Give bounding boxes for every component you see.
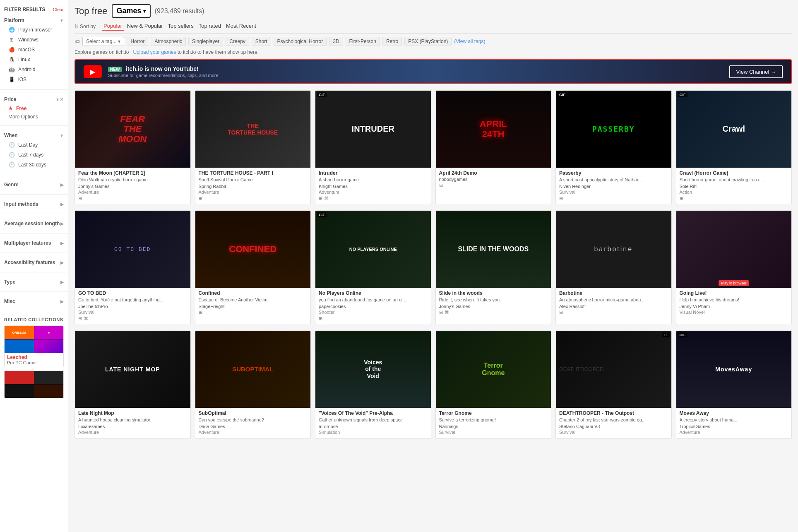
game-desc: Escape or Become Another Victim [199,297,308,303]
tag-first-person[interactable]: First-Person [346,37,380,46]
sidebar-item-last-30-days[interactable]: 🕐 Last 30 days [4,160,64,170]
view-all-tags-button[interactable]: (View all tags) [454,39,485,44]
game-desc: Ride it, see where it takes you. [439,297,548,303]
sidebar-item-play-browser[interactable]: 🌐 Play in browser [4,25,64,35]
game-card-no-players-online[interactable]: NO PLAYERS ONLINE GIF No Players Online … [315,210,431,324]
game-genre: Action [680,190,788,195]
windows-icon: ⊞ [8,36,15,43]
ios-icon: 📱 [8,76,15,83]
sidebar-item-free[interactable]: ★ Free [4,104,64,113]
tag-short[interactable]: Short [252,37,271,46]
when-header[interactable]: When ▼ [4,131,64,140]
game-card-moves-away[interactable]: MovesAway GIF Moves Away A creepy story … [676,330,792,439]
tag-psx[interactable]: PSX (PlayStation) [404,37,452,46]
upload-games-link[interactable]: Upload your games [133,49,176,55]
tag-3d[interactable]: 3D [329,37,343,46]
type-header[interactable]: Type ▶ [4,277,64,286]
sort-tab-popular[interactable]: Popular [102,22,124,31]
game-card-crawl[interactable]: Crawl GIF Crawl (Horror Game) Short horr… [676,90,792,204]
game-author: Jenny Vi Pham [680,304,788,309]
game-title: Late Night Mop [78,410,187,416]
tag-creepy[interactable]: Creepy [226,37,249,46]
misc-header[interactable]: Misc ▶ [4,297,64,306]
game-card-terror-gnome[interactable]: TerrorGnome Terror Gnome Survive a terro… [435,330,552,439]
game-title: Crawl (Horror Game) [680,170,788,176]
game-card-going-live[interactable]: Play in browser Going Live! Help him ach… [676,210,792,324]
thumb-cell-3 [5,339,34,353]
platform-header[interactable]: Platform ▼ [4,16,64,25]
game-genre: Survival [559,430,668,435]
sidebar-item-linux[interactable]: 🐧 Linux [4,55,64,65]
gif-badge: GIF [678,332,687,337]
games-dropdown-button[interactable]: Games ▾ [112,4,151,18]
sidebar-item-macos[interactable]: 🍎 macOS [4,45,64,55]
tag-psychological[interactable]: Psychological Horror [274,37,327,46]
game-desc: Help him achieve his dreams! [680,297,788,303]
game-card-suboptimal[interactable]: SUBOPTIMAL SubOptimal Can you escape the… [195,330,311,439]
game-card-torture-house[interactable]: THETORTURE HOUSE THE TORTURE HOUSE - PAR… [195,90,311,204]
gif-badge: GIF [317,92,327,97]
game-card-deathtrooper[interactable]: DEATHTROOPER 11 DEATHTROOPER - The Outpo… [555,330,672,439]
more-options-button[interactable]: More Options [4,113,64,120]
game-card-late-night-mop[interactable]: LATE NIGHT MOP Late Night Mop A haunted … [75,330,191,439]
sidebar-item-windows[interactable]: ⊞ Windows [4,35,64,45]
sort-tab-new-popular[interactable]: New & Popular [125,22,165,31]
price-header[interactable]: Price ▼ [4,95,60,104]
genre-header[interactable]: Genre ▶ [4,180,64,189]
sidebar-item-last-day[interactable]: 🕐 Last Day [4,140,64,150]
sort-bar: ⇅ Sort by Popular New & Popular Top sell… [75,22,792,34]
game-card-barbotine[interactable]: barbotine Barbotine An atmospheric horro… [555,210,672,324]
game-desc: Short horror game, about crawling in a c… [680,177,788,183]
collection-card-missing[interactable] [4,371,64,398]
game-grid-row1: FEARTHEMOON Fear the Moon [CHAPTER 1] Oh… [75,90,792,204]
tag-atmospheric[interactable]: Atmospheric [151,37,186,46]
game-desc: you find an abandoned fps game on an ol.… [319,297,428,303]
game-desc: Snuff Suvival Horror Game [199,177,308,183]
sort-tab-most-recent[interactable]: Most Recent [224,22,258,31]
multiplayer-header[interactable]: Multiplayer features ▶ [4,238,64,248]
thumb-text: DEATHTROOPER [556,363,671,376]
windows-platform-icon: ⊞ [78,316,82,321]
tag-select-chevron-icon: ▾ [118,39,120,44]
tag-retro[interactable]: Retro [382,37,402,46]
clock-icon: 🕐 [8,142,15,148]
sidebar-item-ios[interactable]: 📱 iOS [4,75,64,84]
accessibility-arrow-icon: ▶ [60,260,64,265]
collection-card-leeched[interactable]: ORBEUS ★ Leeched Pro PC Gamer [4,325,64,367]
game-thumb: MovesAway GIF [676,331,792,408]
price-close-button[interactable]: ✕ [60,96,64,102]
game-desc: Go to bed. You're not forgetting anythin… [78,297,187,303]
game-thumb: CONFINED [195,211,311,288]
filter-header: FILTER RESULTS Clear [0,4,68,13]
game-card-go-to-bed[interactable]: GO TO BED GO TO BED Go to bed. You're no… [75,210,191,324]
game-card-voices-void[interactable]: Voicesof theVoid "Voices Of The Void" Pr… [315,330,431,439]
tag-select-dropdown[interactable]: Select a tag... ▾ [82,37,124,46]
tag-singleplayer[interactable]: Singleplayer [188,37,223,46]
tag-horror[interactable]: Horror [127,37,148,46]
tag-icon: 🏷 [75,39,80,45]
game-platforms: ⊞ [199,310,308,315]
sort-tab-top-sellers[interactable]: Top sellers [166,22,195,31]
youtube-icon: ▶ [84,65,102,78]
game-card-confined[interactable]: CONFINED Confined Escape or Become Anoth… [195,210,311,324]
game-card-fear-the-moon[interactable]: FEARTHEMOON Fear the Moon [CHAPTER 1] Oh… [75,90,191,204]
collection-thumb-leeched: ORBEUS ★ [5,326,63,353]
game-info: No Players Online you find an abandoned … [315,288,431,324]
page-title: Top free [75,6,108,17]
game-card-intruder[interactable]: INTRUDER GIF Intruder A short horror gam… [315,90,431,204]
game-author: TropicalGames [680,424,788,429]
avg-session-header[interactable]: Average session length ▶ [4,219,64,228]
input-header[interactable]: Input methods ▶ [4,200,64,209]
accessibility-header[interactable]: Accessibility features ▶ [4,258,64,267]
sidebar-item-android[interactable]: 🤖 Android [4,65,64,75]
game-card-passerby[interactable]: PASSERBY GIF Passerby A short post apoca… [555,90,672,204]
sort-tab-top-rated[interactable]: Top rated [197,22,223,31]
clear-filter-button[interactable]: Clear [53,7,64,12]
banner-cta-button[interactable]: View Channel → [729,65,783,78]
avg-session-section: Average session length ▶ [0,217,68,231]
game-card-april-24th[interactable]: APRIL24TH April 24th Demo nobodygames ⊞ [435,90,552,204]
sort-label: ⇅ Sort by [75,24,96,29]
sidebar-item-last-7-days[interactable]: 🕐 Last 7 days [4,150,64,160]
game-card-slide-in-woods[interactable]: SLIDE IN THE WOODS Slide in the woods Ri… [435,210,552,324]
game-title: Intruder [319,170,428,176]
